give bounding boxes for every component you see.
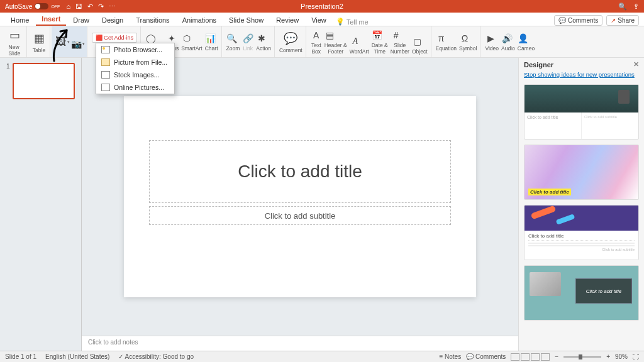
symbol-icon[interactable]: Ω xyxy=(459,33,470,44)
symbols-group: πEquation ΩSymbol xyxy=(433,26,481,57)
slideshow-view-icon[interactable] xyxy=(541,353,550,361)
datetime-icon[interactable]: 📅 xyxy=(372,30,383,41)
share-label: Share xyxy=(618,17,635,24)
share-icon[interactable]: ⇪ xyxy=(633,3,639,11)
tab-draw[interactable]: Draw xyxy=(67,14,95,26)
design-idea-1[interactable]: Click to add titleClick to add subtitle xyxy=(524,84,639,140)
zoom-out-icon[interactable]: − xyxy=(555,353,558,360)
zoom-slider[interactable] xyxy=(564,356,601,358)
zoom-level[interactable]: 90% xyxy=(615,353,628,360)
undo-icon[interactable]: ↶ xyxy=(87,3,93,11)
object-label: Object xyxy=(412,48,428,55)
tell-me[interactable]: 💡 Tell me xyxy=(336,18,369,26)
zoom-label: Zoom xyxy=(226,45,240,52)
normal-view-icon[interactable] xyxy=(511,353,519,361)
action-label: Action xyxy=(256,45,271,52)
tab-slideshow[interactable]: Slide Show xyxy=(223,14,269,26)
menu-photo-browser[interactable]: Photo Browser... xyxy=(96,43,174,56)
video-icon[interactable]: ▶ xyxy=(485,33,496,44)
status-notes-label: Notes xyxy=(445,353,461,360)
pictures-group[interactable]: 🖼▾ 📷▾ xyxy=(52,26,87,57)
new-slide-group[interactable]: ▭ New Slide xyxy=(3,26,27,57)
tell-me-label: Tell me xyxy=(347,18,369,26)
status-bar: Slide 1 of 1 English (United States) ✓ A… xyxy=(0,351,644,362)
design4-title: Click to add title xyxy=(575,278,632,304)
slide-canvas[interactable]: Click to add title Click to add subtitle xyxy=(124,96,476,297)
status-accessibility[interactable]: ✓ Accessibility: Good to go xyxy=(118,353,194,360)
icons-icon[interactable]: ✦ xyxy=(166,33,177,44)
audio-icon[interactable]: 🔊 xyxy=(501,33,513,44)
canvas-area: Click to add title Click to add subtitle… xyxy=(82,58,518,351)
redo-icon[interactable]: ↷ xyxy=(98,3,104,11)
tab-transitions[interactable]: Transitions xyxy=(130,14,175,26)
designer-stop-link[interactable]: Stop showing ideas for new presentations xyxy=(519,71,644,82)
design-idea-2[interactable]: Click to add title xyxy=(524,145,639,200)
link-icon[interactable]: 🔗 xyxy=(242,33,253,44)
status-language[interactable]: English (United States) xyxy=(45,353,109,360)
subtitle-placeholder[interactable]: Click to add subtitle xyxy=(149,206,451,225)
menu-online-pictures[interactable]: Online Pictures... xyxy=(96,81,174,94)
textbox-icon[interactable]: A xyxy=(311,30,322,41)
share-button[interactable]: ↗Share xyxy=(606,15,639,26)
slidenum-icon[interactable]: # xyxy=(391,30,402,41)
work-area: 1 Click to add title Click to add subtit… xyxy=(0,58,644,351)
header-icon[interactable]: ▤ xyxy=(325,30,336,41)
sorter-view-icon[interactable] xyxy=(521,353,530,361)
title-placeholder[interactable]: Click to add title xyxy=(149,140,451,203)
menu-picture-from-file[interactable]: Picture from File... xyxy=(96,56,174,69)
menu-photo-browser-label: Photo Browser... xyxy=(114,46,162,53)
home-icon[interactable]: ⌂ xyxy=(66,3,70,11)
design-idea-4[interactable]: Click to add title xyxy=(524,265,639,321)
close-designer-icon[interactable]: ✕ xyxy=(633,60,639,69)
tab-home[interactable]: Home xyxy=(5,14,35,26)
status-comments[interactable]: 💬 Comments xyxy=(466,353,506,360)
fit-icon[interactable]: ⛶ xyxy=(633,353,639,360)
notes-pane[interactable]: Click to add notes xyxy=(82,336,518,351)
textbox-label: Text Box xyxy=(311,42,322,55)
tab-insert[interactable]: Insert xyxy=(36,13,66,26)
status-notes[interactable]: ≡ Notes xyxy=(439,353,461,360)
toggle-off-icon xyxy=(35,3,48,9)
status-access-label: Accessibility: Good to go xyxy=(125,353,194,360)
save-icon[interactable]: 🖫 xyxy=(75,3,82,11)
get-addins-button[interactable]: 🟥 Get Add-ins xyxy=(92,33,137,43)
search-icon[interactable]: 🔍 xyxy=(618,3,627,11)
zoom-in-icon[interactable]: + xyxy=(606,353,610,360)
chart-icon[interactable]: 📊 xyxy=(205,33,216,44)
more-icon[interactable]: ⋯ xyxy=(109,3,116,11)
wordart-icon[interactable]: A xyxy=(350,36,361,47)
status-slide[interactable]: Slide 1 of 1 xyxy=(5,353,36,360)
table-icon: ▦ xyxy=(31,31,47,46)
cameo-icon[interactable]: 👤 xyxy=(518,33,529,44)
slide-thumbnail-1[interactable] xyxy=(13,63,75,99)
tab-view[interactable]: View xyxy=(306,14,332,26)
comments-button[interactable]: 💬Comments xyxy=(554,15,602,26)
autosave-toggle[interactable]: AutoSave OFF xyxy=(5,3,60,10)
action-icon[interactable]: ✱ xyxy=(256,33,267,44)
video-label: Video xyxy=(485,45,499,52)
design3-sub: Click to add subtitle xyxy=(528,248,635,249)
zoom-icon[interactable]: 🔍 xyxy=(226,33,238,44)
comment-group[interactable]: 💬 Comment xyxy=(276,26,306,57)
picture-icon: 🖼▾ xyxy=(55,35,70,50)
design1-title: Click to add title xyxy=(525,112,582,140)
tab-animations[interactable]: Animations xyxy=(177,14,222,26)
equation-icon[interactable]: π xyxy=(436,33,447,44)
tab-review[interactable]: Review xyxy=(270,14,304,26)
header-label: Header & Footer xyxy=(325,42,347,55)
comment-icon: 💬 xyxy=(283,31,298,46)
ribbon-tabs: Home Insert Draw Design Transitions Anim… xyxy=(0,13,644,26)
equation-label: Equation xyxy=(436,45,457,52)
chart-label: Chart xyxy=(205,45,218,52)
stock-images-icon xyxy=(101,71,110,79)
reading-view-icon[interactable] xyxy=(531,353,540,361)
menu-online-label: Online Pictures... xyxy=(114,84,164,91)
table-group[interactable]: ▦ Table xyxy=(28,26,50,57)
shapes-icon[interactable]: ◯ xyxy=(145,33,157,44)
menu-stock-label: Stock Images... xyxy=(114,71,159,79)
design-idea-3[interactable]: Click to add titleClick to add subtitle xyxy=(524,205,639,260)
tab-design[interactable]: Design xyxy=(96,14,129,26)
smartart-icon[interactable]: ⬡ xyxy=(181,33,192,44)
object-icon[interactable]: ▢ xyxy=(412,36,423,47)
menu-stock-images[interactable]: Stock Images... xyxy=(96,69,174,81)
